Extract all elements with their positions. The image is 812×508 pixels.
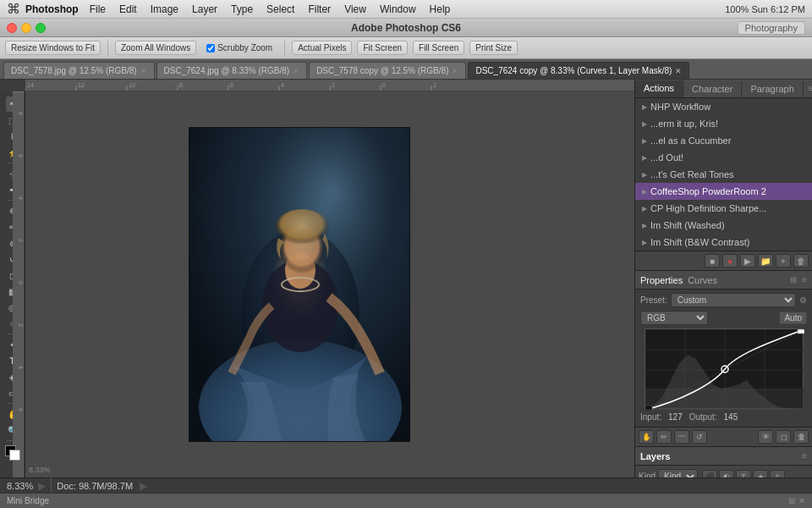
curves-reset-btn[interactable]: ↺: [692, 430, 707, 444]
action-item-0[interactable]: ▶NHP Workflow: [635, 98, 812, 115]
new-action-btn[interactable]: +: [776, 254, 791, 268]
curves-hand-btn[interactable]: ✋: [639, 430, 654, 444]
kind-select[interactable]: Kind: [658, 469, 698, 478]
tab-3[interactable]: DSC_7624 copy @ 8.33% (Curves 1, Layer M…: [468, 62, 689, 79]
tab-0[interactable]: DSC_7578.jpg @ 12.5% (RGB/8) ✕: [3, 62, 155, 79]
mini-bridge-btn[interactable]: ⊞: [788, 496, 795, 505]
title-bar: Adobe Photoshop CS6 Photography: [0, 19, 812, 37]
status-zoom[interactable]: 8.33%: [7, 481, 33, 491]
stop-action-btn[interactable]: ■: [705, 254, 720, 268]
tab-2[interactable]: DSC_7578 copy @ 12.5% (RGB/8) ✕: [309, 62, 466, 79]
curves-pencil-btn[interactable]: ✏: [656, 430, 672, 444]
menu-filter[interactable]: Filter: [302, 2, 337, 17]
main-layout: 14 12 10 8 6 4 2 0 2 8 6 4: [0, 80, 812, 478]
fill-screen-btn[interactable]: Fill Screen: [413, 41, 464, 55]
preset-select[interactable]: Custom Default: [671, 293, 796, 307]
mini-bridge-close[interactable]: ✕: [798, 496, 805, 505]
action-item-2[interactable]: ▶...el as a Cucumber: [635, 132, 812, 149]
curves-visibility-btn[interactable]: 👁: [758, 430, 773, 444]
actions-menu-icon[interactable]: ≡: [804, 84, 812, 93]
menubar-right: 100% Sun 6:12 PM: [725, 4, 805, 14]
print-size-btn[interactable]: Print Size: [469, 41, 518, 55]
curves-graph[interactable]: [645, 329, 804, 409]
menu-help[interactable]: Help: [424, 2, 457, 17]
status-arrow-btn[interactable]: ▶: [38, 480, 46, 492]
tab-paragraph[interactable]: Paragraph: [742, 81, 803, 97]
curves-mask-btn[interactable]: ◻: [776, 430, 791, 444]
svg-text:2: 2: [433, 82, 436, 88]
play-action-btn[interactable]: ▶: [740, 254, 755, 268]
mini-bridge-label[interactable]: Mini Bridge: [7, 496, 49, 505]
status-doc-arrow[interactable]: ▶: [140, 480, 147, 492]
maximize-button[interactable]: [36, 23, 46, 33]
actual-pixels-btn[interactable]: Actual Pixels: [292, 41, 352, 55]
auto-btn[interactable]: Auto: [779, 312, 807, 324]
new-set-btn[interactable]: 📁: [758, 254, 773, 268]
menu-file[interactable]: File: [84, 2, 112, 17]
tab-actions[interactable]: Actions: [635, 80, 683, 97]
app-name: Photoshop: [25, 3, 79, 15]
menu-bar: ⌘ Photoshop File Edit Image Layer Type S…: [0, 0, 812, 19]
curves-delete-btn[interactable]: 🗑: [793, 430, 809, 444]
tab-1[interactable]: DSC_7624.jpg @ 8.33% (RGB/8) ✕: [156, 62, 308, 79]
tab-close-0[interactable]: ✕: [140, 67, 147, 75]
filter-shape-btn[interactable]: ◈: [753, 470, 768, 478]
canvas-image[interactable]: [189, 127, 410, 442]
input-label: Input:: [640, 412, 661, 422]
filter-smart-btn[interactable]: *: [770, 470, 785, 478]
background-swatch[interactable]: [9, 450, 20, 461]
delete-action-btn[interactable]: 🗑: [793, 254, 809, 268]
action-item-8[interactable]: ▶Im Shift (B&W Contrast): [635, 234, 812, 251]
layers-menu-icon[interactable]: ≡: [802, 451, 807, 461]
menu-window[interactable]: Window: [374, 2, 422, 17]
workspace-btn[interactable]: Photography: [738, 21, 805, 35]
close-button[interactable]: [7, 23, 17, 33]
color-swatches[interactable]: [5, 445, 20, 461]
filter-type-btn[interactable]: T: [736, 470, 751, 478]
record-action-btn[interactable]: ●: [722, 254, 738, 268]
menubar-info: 100% Sun 6:12 PM: [725, 4, 805, 14]
menu-type[interactable]: Type: [225, 2, 259, 17]
filter-pixel-btn[interactable]: ⬛: [702, 470, 717, 478]
preset-menu-icon[interactable]: ⚙: [799, 295, 807, 305]
properties-header: Properties Curves ⊞ ≡: [635, 271, 812, 290]
action-item-3[interactable]: ▶...d Out!: [635, 149, 812, 166]
minimize-button[interactable]: [21, 23, 31, 33]
layers-panel: Layers ≡ Kind Kind ⬛ ◐ T ◈ *: [635, 447, 812, 478]
tab-close-3[interactable]: ✕: [675, 67, 682, 75]
scrubby-zoom-cb[interactable]: Scrubby Zoom: [201, 41, 277, 54]
menu-edit[interactable]: Edit: [113, 2, 143, 17]
tab-close-2[interactable]: ✕: [452, 67, 458, 75]
layer-filter-icons: ⬛ ◐ T ◈ *: [702, 470, 785, 478]
channel-select[interactable]: RGB Red Green Blue: [640, 311, 708, 325]
fit-screen-btn[interactable]: Fit Screen: [357, 41, 408, 55]
scrubby-zoom-checkbox[interactable]: [206, 44, 215, 52]
tab-close-1[interactable]: ✕: [293, 67, 299, 75]
action-item-1[interactable]: ▶...erm it up, Kris!: [635, 115, 812, 132]
action-item-7[interactable]: ▶Im Shift (Washed): [635, 217, 812, 234]
output-label: Output:: [689, 412, 717, 422]
right-panel: Actions Character Paragraph ≡ ▶NHP Workf…: [634, 80, 812, 478]
resize-windows-btn[interactable]: Resize Windows to Fit: [5, 41, 101, 55]
properties-icons: ⊞ ≡: [790, 275, 807, 284]
curves-view-icon[interactable]: ⊞: [790, 275, 797, 284]
action-item-5[interactable]: ▶CoffeeShop PowderRoom 2: [635, 183, 812, 200]
svg-text:2: 2: [18, 239, 24, 242]
zoom-all-btn[interactable]: Zoom All Windows: [115, 41, 196, 55]
action-item-4[interactable]: ▶...t's Get Real Tones: [635, 166, 812, 183]
filter-adj-btn[interactable]: ◐: [719, 470, 734, 478]
properties-menu-icon[interactable]: ≡: [802, 275, 807, 284]
menu-image[interactable]: Image: [145, 2, 184, 17]
menu-select[interactable]: Select: [261, 2, 300, 17]
menu-layer[interactable]: Layer: [186, 2, 223, 17]
svg-text:4: 4: [281, 82, 284, 88]
curves-smooth-btn[interactable]: 〰: [674, 430, 689, 444]
window-title: Adobe Photoshop CS6: [351, 22, 461, 34]
options-bar: Resize Windows to Fit Zoom All Windows S…: [0, 37, 812, 59]
tab-character[interactable]: Character: [683, 81, 742, 97]
action-item-6[interactable]: ▶CP High Definition Sharpe...: [635, 200, 812, 217]
status-doc: Doc: 98.7M/98.7M: [57, 481, 133, 491]
svg-rect-37: [189, 128, 410, 442]
menu-view[interactable]: View: [338, 2, 372, 17]
svg-text:8: 8: [179, 82, 183, 88]
